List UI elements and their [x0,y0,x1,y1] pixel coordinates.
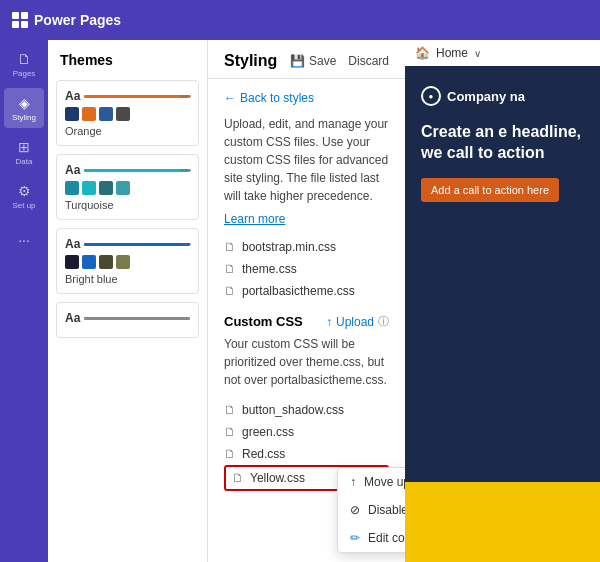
file-icon: 🗋 [224,284,236,298]
left-nav: 🗋 Pages ◈ Styling ⊞ Data ⚙ Set up ··· [0,40,48,562]
pages-icon: 🗋 [17,51,31,67]
logo-icon [12,12,28,28]
swatch [99,255,113,269]
theme-more-brightblue[interactable]: ··· [180,235,192,251]
company-name: Company na [447,89,525,104]
swatch [82,107,96,121]
custom-file-item: 🗋 Red.css [224,443,389,465]
theme-card-brightblue[interactable]: Aa Bright blue ··· [56,228,199,294]
upload-button[interactable]: ↑ Upload ⓘ [326,314,389,329]
back-link[interactable]: ← Back to styles [224,91,389,105]
main-layout: 🗋 Pages ◈ Styling ⊞ Data ⚙ Set up ··· Th… [0,40,600,562]
upload-icon: ↑ [326,315,332,329]
preview-headline: Create an e headline, we call to action [421,122,584,164]
file-icon: 🗋 [224,240,236,254]
swatch [99,181,113,195]
move-up-icon: ↑ [350,475,356,489]
page-title: Styling [224,52,277,70]
theme-line-extra [84,317,190,320]
app-title: Power Pages [34,12,121,28]
context-menu-move-up[interactable]: ↑ Move up [338,468,405,496]
swatch [116,255,130,269]
theme-name-turquoise: Turquoise [65,199,190,211]
chevron-down-icon: ∨ [474,48,481,59]
preview-body: ● Company na Create an e headline, we ca… [405,66,600,222]
swatch [116,107,130,121]
file-item: 🗋 bootstrap.min.css [224,236,389,258]
swatch [99,107,113,121]
app-logo: Power Pages [12,12,121,28]
sidebar-item-setup[interactable]: ⚙ Set up [4,176,44,216]
theme-name-brightblue: Bright blue [65,273,190,285]
preview-panel: 🏠 Home ∨ ● Company na Create an e headli… [405,40,600,562]
topbar: Power Pages [0,0,600,40]
swatch [65,181,79,195]
theme-swatches-turquoise [65,181,190,195]
info-icon: ⓘ [378,314,389,329]
system-file-list: 🗋 bootstrap.min.css 🗋 theme.css 🗋 portal… [224,236,389,302]
theme-swatches-orange [65,107,190,121]
styling-icon: ◈ [19,95,30,111]
custom-file-yellow: 🗋 Yellow.css ··· ↑ Move up ⊘ Disable [224,465,389,491]
theme-card-turquoise[interactable]: Aa Turquoise ··· [56,154,199,220]
theme-swatches-brightblue [65,255,190,269]
context-menu-edit-code[interactable]: ✏ Edit code [338,524,405,552]
theme-card-extra[interactable]: Aa [56,302,199,338]
theme-line-orange [84,95,190,98]
themes-title: Themes [56,52,199,68]
discard-button[interactable]: Discard [348,54,389,68]
sidebar-item-data[interactable]: ⊞ Data [4,132,44,172]
file-icon: 🗋 [232,471,244,485]
theme-line-turquoise [84,169,190,172]
data-icon: ⊞ [18,139,30,155]
custom-css-desc: Your custom CSS will be prioritized over… [224,335,389,389]
styling-header: Styling 💾 Save Discard [208,40,405,79]
context-menu: ↑ Move up ⊘ Disable ✏ Edit code [337,467,405,553]
preview-header: 🏠 Home ∨ [405,40,600,66]
description-text: Upload, edit, and manage your custom CSS… [224,115,389,205]
styling-panel: Styling 💾 Save Discard ← Back to styles … [208,40,405,562]
theme-more-turquoise[interactable]: ··· [180,161,192,177]
learn-more-link[interactable]: Learn more [224,212,285,226]
custom-file-item: 🗋 green.css [224,421,389,443]
theme-name-orange: Orange [65,125,190,137]
cta-button: Add a call to action here [421,178,559,202]
theme-line-brightblue [84,243,190,246]
swatch [65,255,79,269]
file-icon: 🗋 [224,403,236,417]
home-label: Home [436,46,468,60]
save-button[interactable]: 💾 Save [290,54,336,68]
sidebar-item-styling[interactable]: ◈ Styling [4,88,44,128]
theme-preview-orange: Aa [65,89,190,103]
custom-file-list: 🗋 button_shadow.css 🗋 green.css 🗋 Red.cs… [224,399,389,491]
back-arrow-icon: ← [224,91,236,105]
theme-preview-turquoise: Aa [65,163,190,177]
sidebar-item-more[interactable]: ··· [4,220,44,260]
file-icon: 🗋 [224,425,236,439]
setup-icon: ⚙ [18,183,31,199]
company-logo: ● [421,86,441,106]
file-icon: 🗋 [224,262,236,276]
theme-card-orange[interactable]: Aa Orange ··· [56,80,199,146]
custom-css-title: Custom CSS [224,314,303,329]
disable-icon: ⊘ [350,503,360,517]
preview-bottom-decoration [405,482,600,562]
custom-css-header: Custom CSS ↑ Upload ⓘ [224,314,389,329]
sidebar-item-pages[interactable]: 🗋 Pages [4,44,44,84]
swatch [65,107,79,121]
theme-more-orange[interactable]: ··· [180,87,192,103]
file-item: 🗋 portalbasictheme.css [224,280,389,302]
company-row: ● Company na [421,86,584,106]
edit-code-icon: ✏ [350,531,360,545]
styling-body: ← Back to styles Upload, edit, and manag… [208,79,405,562]
themes-panel: Themes Aa Orange ··· Aa [48,40,208,562]
swatch [82,181,96,195]
context-menu-disable[interactable]: ⊘ Disable [338,496,405,524]
custom-file-item: 🗋 button_shadow.css [224,399,389,421]
home-icon: 🏠 [415,46,430,60]
file-icon: 🗋 [224,447,236,461]
theme-preview-extra: Aa [65,311,190,325]
swatch [82,255,96,269]
styling-actions: 💾 Save Discard [290,54,389,68]
swatch [116,181,130,195]
